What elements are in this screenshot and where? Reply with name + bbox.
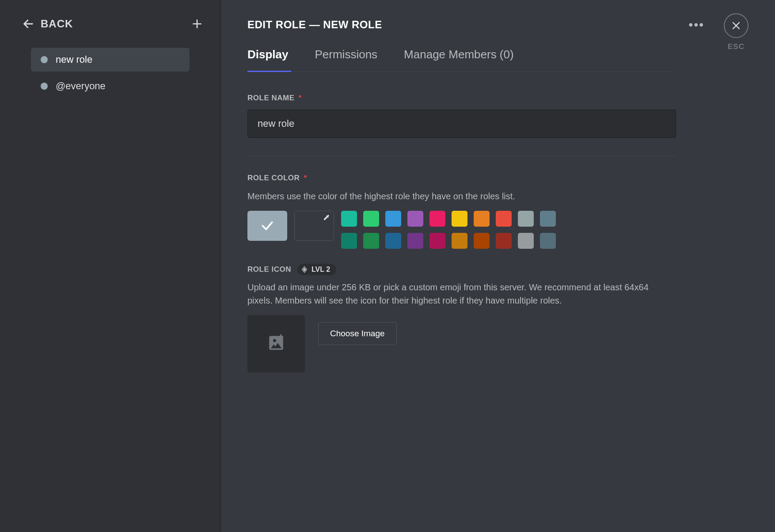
boost-icon xyxy=(301,266,308,273)
tab-manage-members[interactable]: Manage Members (0) xyxy=(404,48,514,71)
color-swatch[interactable] xyxy=(341,211,357,227)
role-name-label: ROLE NAME * xyxy=(247,94,748,103)
color-swatch[interactable] xyxy=(341,233,357,249)
role-color-dot xyxy=(41,56,48,63)
color-swatch[interactable] xyxy=(540,233,556,249)
back-label: BACK xyxy=(41,18,73,30)
color-swatch[interactable] xyxy=(540,211,556,227)
color-swatch[interactable] xyxy=(429,233,445,249)
color-swatch[interactable] xyxy=(407,211,423,227)
color-swatch[interactable] xyxy=(363,211,379,227)
add-role-button[interactable] xyxy=(191,18,203,30)
boost-level-badge: LVL 2 xyxy=(297,264,336,275)
sidebar-header: BACK xyxy=(0,18,220,30)
required-star: * xyxy=(304,174,307,182)
upload-image-box[interactable] xyxy=(247,315,305,372)
color-swatch[interactable] xyxy=(474,233,490,249)
tabs: Display Permissions Manage Members (0) xyxy=(247,48,676,72)
role-color-label: ROLE COLOR * xyxy=(247,174,748,182)
color-swatch[interactable] xyxy=(452,233,467,249)
main-panel: ESC EDIT ROLE — NEW ROLE ••• Display Per… xyxy=(221,0,775,532)
close-area: ESC xyxy=(724,13,748,51)
role-name-input[interactable] xyxy=(247,110,676,138)
eyedropper-icon xyxy=(323,214,330,223)
role-item-new-role[interactable]: new role xyxy=(31,48,190,72)
role-icon-header: ROLE ICON LVL 2 xyxy=(247,264,748,275)
color-swatch[interactable] xyxy=(385,233,401,249)
title-row: EDIT ROLE — NEW ROLE ••• xyxy=(247,18,748,32)
required-star: * xyxy=(299,94,302,102)
color-swatch[interactable] xyxy=(385,211,401,227)
custom-color-swatch[interactable] xyxy=(294,211,334,241)
color-swatch[interactable] xyxy=(407,233,423,249)
roles-sidebar: BACK new role @everyone xyxy=(0,0,221,532)
role-icon-desc: Upload an image under 256 KB or pick a c… xyxy=(247,281,672,307)
color-swatch[interactable] xyxy=(474,211,490,227)
role-name-label: @everyone xyxy=(56,80,106,92)
role-color-desc: Members use the color of the highest rol… xyxy=(247,190,672,203)
color-swatch[interactable] xyxy=(496,211,512,227)
role-icon-label: ROLE ICON xyxy=(247,265,291,274)
image-plus-icon xyxy=(267,334,285,354)
color-swatch[interactable] xyxy=(518,211,534,227)
tab-display[interactable]: Display xyxy=(247,48,289,71)
color-picker xyxy=(247,211,748,249)
choose-image-button[interactable]: Choose Image xyxy=(318,322,397,345)
color-swatch[interactable] xyxy=(452,211,467,227)
page-title: EDIT ROLE — NEW ROLE xyxy=(247,19,382,31)
arrow-left-icon xyxy=(22,18,34,30)
role-list: new role @everyone xyxy=(0,48,220,98)
color-swatch[interactable] xyxy=(429,211,445,227)
svg-marker-6 xyxy=(303,268,305,271)
color-swatch[interactable] xyxy=(363,233,379,249)
svg-rect-8 xyxy=(278,336,283,338)
esc-label: ESC xyxy=(728,42,745,51)
role-color-dot xyxy=(41,83,48,90)
divider xyxy=(247,156,676,156)
color-swatch[interactable] xyxy=(518,233,534,249)
icon-upload-row: Choose Image xyxy=(247,315,748,372)
tab-permissions[interactable]: Permissions xyxy=(315,48,378,71)
color-swatch[interactable] xyxy=(496,233,512,249)
back-button[interactable]: BACK xyxy=(22,18,73,30)
role-name-label: new role xyxy=(56,54,92,65)
more-options-button[interactable]: ••• xyxy=(689,18,704,32)
close-button[interactable] xyxy=(724,13,748,38)
check-icon xyxy=(260,219,274,233)
default-color-swatch[interactable] xyxy=(247,211,287,241)
swatch-row xyxy=(341,233,556,249)
swatch-row xyxy=(341,211,556,227)
role-item-everyone[interactable]: @everyone xyxy=(31,74,190,98)
color-swatch-grid xyxy=(341,211,556,249)
